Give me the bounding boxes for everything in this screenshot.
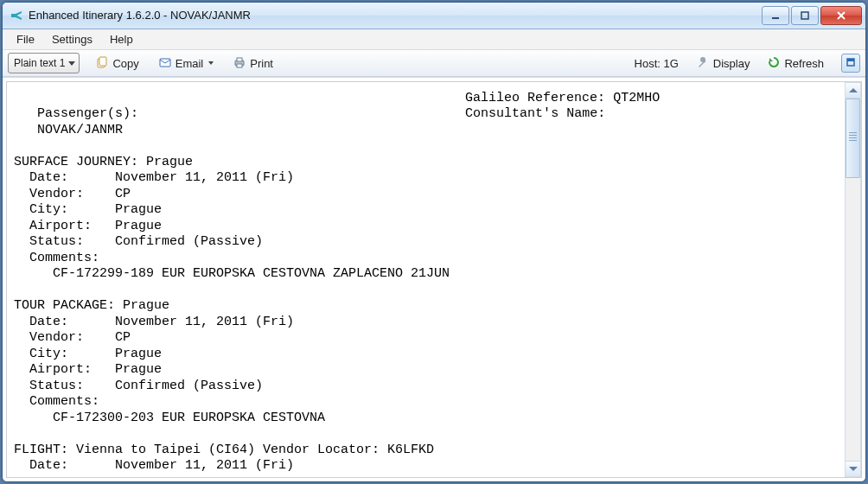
content-area: Galileo Reference: QT2MHO Passenger(s): … [3,77,865,481]
minimize-button[interactable] [762,6,789,25]
svg-rect-3 [99,57,106,66]
print-icon [233,55,246,72]
app-icon [10,9,23,22]
panel-toggle-icon [846,57,856,70]
menu-settings[interactable]: Settings [43,30,101,48]
scroll-thumb[interactable] [846,99,860,178]
app-window: Enhanced Itinerary 1.6.2.0 - NOVAK/JANMR… [2,2,866,482]
window-title: Enhanced Itinerary 1.6.2.0 - NOVAK/JANMR [29,9,762,22]
wrench-icon [696,55,710,72]
maximize-button[interactable] [791,6,819,25]
menu-file[interactable]: File [8,30,43,48]
window-controls [762,6,862,25]
arrow-up-icon [849,88,858,92]
format-dropdown[interactable]: Plain text 1 [8,53,80,73]
print-label: Print [250,57,273,70]
display-label: Display [713,57,750,70]
print-button[interactable]: Print [227,54,278,73]
refresh-label: Refresh [784,57,824,70]
chevron-down-icon [208,61,214,65]
arrow-down-icon [849,467,858,471]
host-label: Host: 1G [629,55,684,72]
email-icon [158,55,172,72]
scroll-track[interactable] [846,99,860,461]
menu-bar: File Settings Help [3,29,865,50]
email-label: Email [176,57,204,70]
format-dropdown-label: Plain text 1 [14,57,65,69]
toolbar: Plain text 1 Copy Email Print Host [3,49,865,77]
chevron-down-icon [68,61,75,66]
svg-rect-7 [237,64,242,67]
scroll-down-button[interactable] [846,461,860,476]
vertical-scrollbar[interactable] [845,82,861,477]
email-button[interactable]: Email [153,54,220,73]
svg-rect-6 [237,58,242,61]
copy-label: Copy [112,57,138,70]
menu-help[interactable]: Help [101,30,142,48]
copy-button[interactable]: Copy [90,54,144,73]
titlebar: Enhanced Itinerary 1.6.2.0 - NOVAK/JANMR [3,3,865,29]
refresh-button[interactable]: Refresh [762,54,829,73]
itinerary-text[interactable]: Galileo Reference: QT2MHO Passenger(s): … [6,81,862,478]
svg-rect-1 [801,12,808,19]
panel-toggle-button[interactable] [841,54,860,73]
svg-rect-9 [847,59,854,61]
display-button[interactable]: Display [691,54,756,73]
close-button[interactable] [820,6,862,25]
scroll-up-button[interactable] [846,83,860,99]
copy-icon [95,55,109,72]
host-text: Host: 1G [635,57,679,70]
svg-rect-0 [772,17,779,19]
refresh-icon [767,55,781,72]
